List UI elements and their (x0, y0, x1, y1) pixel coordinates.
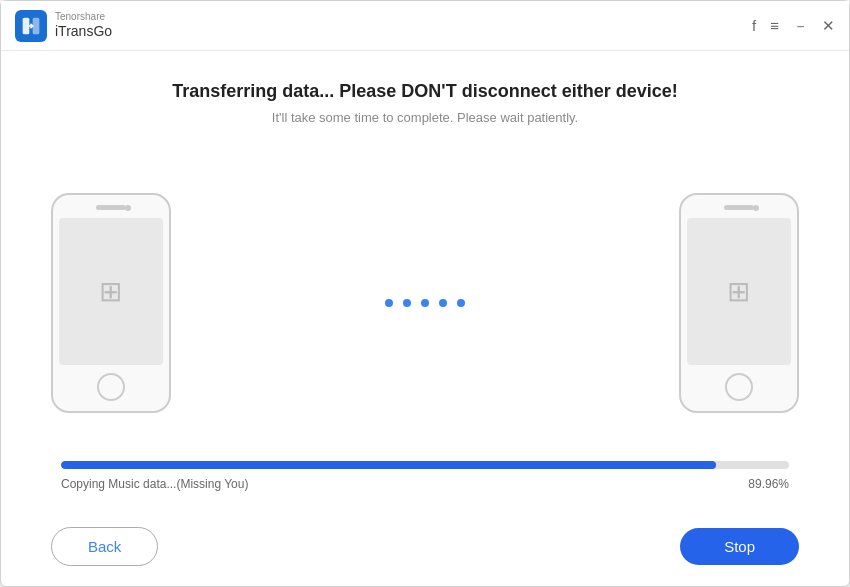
transfer-dot-4 (439, 299, 447, 307)
main-subheading: It'll take some time to complete. Please… (272, 110, 578, 125)
phone-speaker-right (724, 205, 754, 210)
app-window: Tenorshare iTransGo f ≡ － ✕ Transferring… (0, 0, 850, 587)
close-icon[interactable]: ✕ (822, 18, 835, 33)
transfer-dot-5 (457, 299, 465, 307)
stop-button[interactable]: Stop (680, 528, 799, 565)
phone-screen-icon-left: ⊞ (99, 275, 122, 308)
progress-percentage: 89.96% (748, 477, 789, 491)
app-title-group: Tenorshare iTransGo (55, 11, 112, 40)
progress-section: Copying Music data...(Missing You) 89.96… (51, 461, 799, 491)
app-name-label: iTransGo (55, 23, 112, 40)
back-button[interactable]: Back (51, 527, 158, 566)
window-controls: f ≡ － ✕ (752, 18, 835, 33)
phone-camera-left (125, 205, 131, 211)
progress-bar-container (61, 461, 789, 469)
titlebar: Tenorshare iTransGo f ≡ － ✕ (1, 1, 849, 51)
devices-area: ⊞ ⊞ (51, 155, 799, 451)
phone-home-right (725, 373, 753, 401)
main-content: Transferring data... Please DON'T discon… (1, 51, 849, 511)
phone-screen-icon-right: ⊞ (727, 275, 750, 308)
bottom-bar: Back Stop (1, 511, 849, 586)
target-phone: ⊞ (679, 193, 799, 413)
progress-status-text: Copying Music data...(Missing You) (61, 477, 248, 491)
phone-speaker-left (96, 205, 126, 210)
phone-screen-right: ⊞ (687, 218, 791, 365)
minimize-icon[interactable]: － (793, 18, 808, 33)
facebook-icon[interactable]: f (752, 18, 756, 33)
source-phone: ⊞ (51, 193, 171, 413)
main-heading: Transferring data... Please DON'T discon… (172, 81, 677, 102)
transfer-dot-3 (421, 299, 429, 307)
menu-icon[interactable]: ≡ (770, 18, 779, 33)
svg-rect-0 (23, 17, 30, 34)
transfer-dot-2 (403, 299, 411, 307)
svg-rect-1 (33, 17, 40, 34)
transfer-dot-1 (385, 299, 393, 307)
app-logo (15, 10, 47, 42)
progress-labels: Copying Music data...(Missing You) 89.96… (61, 477, 789, 491)
transfer-animation (171, 299, 679, 307)
progress-bar-fill (61, 461, 716, 469)
phone-screen-left: ⊞ (59, 218, 163, 365)
brand-label: Tenorshare (55, 11, 112, 23)
phone-camera-right (753, 205, 759, 211)
phone-home-left (97, 373, 125, 401)
